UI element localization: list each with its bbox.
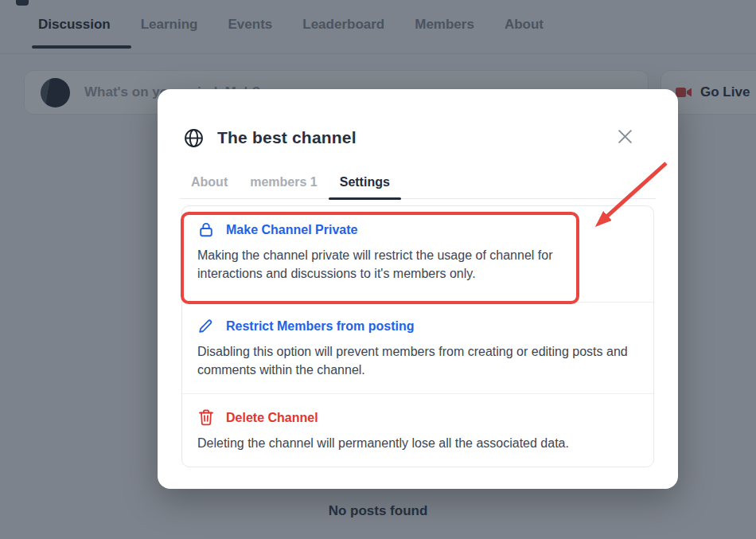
modal-title: The best channel — [217, 128, 357, 147]
setting-title: Delete Channel — [226, 411, 318, 425]
delete-channel-action[interactable]: Delete Channel — [197, 409, 642, 426]
pencil-icon — [197, 318, 214, 334]
tab-about[interactable]: About — [180, 169, 239, 198]
settings-panel: Make Channel Private Making the channel … — [181, 205, 654, 467]
globe-icon — [183, 127, 205, 149]
channel-modal: The best channel About members 1 Setting… — [158, 89, 678, 489]
setting-description: Making the channel private will restrict… — [197, 246, 599, 283]
tab-settings[interactable]: Settings — [329, 169, 401, 198]
setting-delete-channel: Delete Channel Deleting the channel will… — [182, 394, 653, 467]
trash-icon — [197, 409, 214, 426]
make-channel-private-action[interactable]: Make Channel Private — [197, 221, 642, 238]
lock-icon — [197, 221, 214, 238]
setting-title: Restrict Members from posting — [226, 319, 414, 334]
setting-description: Deleting the channel will permanently lo… — [197, 434, 642, 452]
close-icon[interactable] — [614, 126, 635, 146]
setting-description: Disabling this option will prevent membe… — [197, 342, 642, 379]
restrict-members-action[interactable]: Restrict Members from posting — [197, 318, 642, 334]
modal-tabs: About members 1 Settings — [180, 169, 656, 199]
modal-header: The best channel — [183, 126, 659, 150]
setting-title: Make Channel Private — [226, 223, 357, 237]
setting-restrict-members: Restrict Members from posting Disabling … — [182, 303, 653, 394]
tab-members[interactable]: members 1 — [239, 169, 329, 198]
screen: Discussion Learning Events Leaderboard M… — [0, 0, 756, 539]
setting-make-channel-private: Make Channel Private Making the channel … — [182, 206, 653, 303]
